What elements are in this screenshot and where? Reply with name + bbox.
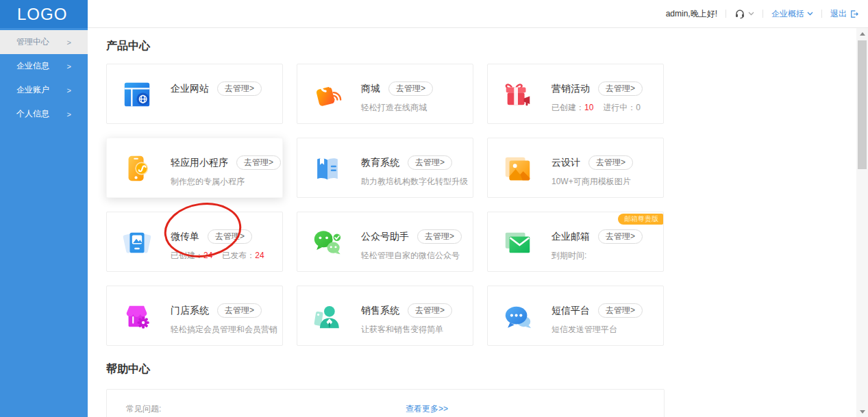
manage-button[interactable]: 去管理> — [408, 303, 452, 318]
product-card-sales[interactable]: 销售系统 去管理> 让获客和销售变得简单 — [297, 286, 473, 346]
chevron-right-icon: > — [67, 38, 71, 47]
card-desc: 短信发送管理平台 — [551, 324, 643, 336]
scroll-down-icon[interactable] — [856, 406, 868, 417]
product-card-marketing[interactable]: 营销活动 去管理> 已创建：10进行中：0 — [487, 64, 664, 124]
logout-button[interactable]: 退出 — [830, 8, 858, 20]
faq-label: 常见问题: — [126, 403, 161, 415]
card-title: 销售系统 — [361, 305, 399, 317]
manage-button[interactable]: 去管理> — [236, 155, 281, 170]
product-card-education[interactable]: 教育系统 去管理> 助力教培机构数字化转型升级 — [297, 138, 473, 198]
sms-bubble-icon — [502, 301, 534, 332]
manage-button[interactable]: 去管理> — [217, 81, 262, 96]
user-greeting: admin,晚上好! — [666, 8, 717, 20]
topbar: admin,晚上好! 企业概括 退出 — [88, 0, 868, 28]
mail-envelope-icon — [502, 227, 534, 258]
enterprise-overview-label: 企业概括 — [771, 8, 804, 20]
card-title: 企业邮箱 — [551, 231, 590, 243]
manage-button[interactable]: 去管理> — [388, 81, 433, 96]
enterprise-overview-menu[interactable]: 企业概括 — [771, 8, 813, 20]
stat-value: 24 — [255, 251, 264, 260]
card-desc: 助力教培机构数字化转型升级 — [361, 176, 468, 188]
card-title: 云设计 — [551, 157, 580, 169]
product-card-sms[interactable]: 短信平台 去管理> 短信发送管理平台 — [487, 286, 664, 346]
scroll-up-icon[interactable] — [856, 28, 868, 39]
product-card-store[interactable]: 门店系统 去管理> 轻松搞定会员管理和会员营销 — [106, 286, 283, 346]
sidebar-item-label: 企业信息 — [16, 60, 49, 72]
sidebar-item-management-center[interactable]: 管理中心 > — [0, 30, 88, 54]
gift-icon — [502, 79, 534, 110]
product-card-website[interactable]: 企业网站 去管理> — [106, 64, 283, 124]
product-card-cloud-design[interactable]: 云设计 去管理> 10W+可商用模板图片 — [487, 138, 664, 198]
mail-premium-badge: 邮箱尊贵版 — [618, 214, 663, 225]
stat-label: 已发布： — [222, 251, 255, 260]
sales-person-icon — [312, 301, 343, 332]
stat-value: 0 — [636, 103, 641, 112]
card-desc: 10W+可商用模板图片 — [551, 176, 633, 188]
sidebar-item-label: 企业账户 — [16, 84, 49, 96]
wechat-official-icon — [312, 227, 343, 258]
manage-button[interactable]: 去管理> — [208, 229, 252, 244]
divider — [726, 10, 726, 18]
product-center-title: 产品中心 — [106, 38, 868, 53]
stat-value: 24 — [203, 251, 212, 260]
store-icon — [121, 301, 153, 332]
card-desc: 制作您的专属小程序 — [171, 176, 281, 188]
manage-button[interactable]: 去管理> — [588, 155, 633, 170]
flyer-icon — [121, 227, 153, 258]
stat-label: 已创建： — [171, 251, 203, 260]
sidebar-item-label: 管理中心 — [16, 36, 49, 48]
sidebar-item-enterprise-account[interactable]: 企业账户 > — [0, 78, 88, 102]
chevron-right-icon: > — [67, 62, 71, 71]
manage-button[interactable]: 去管理> — [217, 303, 262, 318]
mall-icon — [312, 79, 343, 110]
card-stats: 已创建：24已发布：24 — [171, 250, 264, 262]
card-title: 短信平台 — [551, 305, 590, 317]
stat-value: 10 — [584, 103, 593, 112]
scrollbar-thumb[interactable] — [858, 40, 867, 169]
product-card-wechat-official[interactable]: 公众号助手 去管理> 轻松管理自家的微信公众号 — [297, 212, 473, 272]
logout-icon — [850, 10, 858, 18]
card-title: 营销活动 — [551, 83, 590, 95]
headset-icon — [734, 8, 745, 19]
product-card-miniprogram[interactable]: 轻应用小程序 去管理> 制作您的专属小程序 — [106, 138, 283, 198]
help-card: 常见问题: 查看更多>> — [106, 389, 665, 417]
manage-button[interactable]: 去管理> — [598, 303, 643, 318]
sidebar-item-personal-info[interactable]: 个人信息 > — [0, 102, 88, 126]
chevron-right-icon: > — [67, 110, 71, 118]
product-card-mail[interactable]: 邮箱尊贵版 企业邮箱 去管理> 到期时间: — [487, 212, 664, 272]
help-center-title: 帮助中心 — [106, 362, 868, 377]
sidebar-menu: 管理中心 > 企业信息 > 企业账户 > 个人信息 > — [0, 28, 88, 126]
card-title: 微传单 — [171, 231, 199, 243]
card-desc: 轻松搞定会员管理和会员营销 — [171, 324, 277, 336]
chevron-right-icon: > — [67, 86, 71, 94]
divider — [762, 10, 763, 18]
view-more-link[interactable]: 查看更多>> — [406, 403, 448, 415]
card-desc: 让获客和销售变得简单 — [361, 324, 452, 336]
stat-label: 进行中： — [603, 103, 636, 112]
manage-button[interactable]: 去管理> — [417, 229, 462, 244]
stat-label: 已创建： — [551, 103, 584, 112]
divider — [821, 10, 822, 18]
card-title: 商城 — [361, 83, 380, 95]
card-title: 公众号助手 — [361, 231, 409, 243]
card-desc: 轻松管理自家的微信公众号 — [361, 250, 462, 262]
vertical-scrollbar[interactable] — [856, 28, 868, 417]
card-title: 企业网站 — [171, 83, 209, 95]
main-content: 产品中心 — [88, 28, 868, 417]
manage-button[interactable]: 去管理> — [598, 81, 643, 96]
education-book-icon — [312, 153, 343, 184]
product-card-flyer[interactable]: 微传单 去管理> 已创建：24已发布：24 — [106, 212, 283, 272]
manage-button[interactable]: 去管理> — [408, 155, 452, 170]
logo: LOGO — [0, 0, 88, 28]
chevron-down-icon — [748, 12, 754, 16]
product-grid: 企业网站 去管理> — [106, 64, 665, 346]
card-desc: 轻松打造在线商城 — [361, 102, 433, 114]
sidebar-item-enterprise-info[interactable]: 企业信息 > — [0, 54, 88, 78]
sidebar: LOGO 管理中心 > 企业信息 > 企业账户 > 个人信息 > — [0, 0, 88, 417]
card-title: 轻应用小程序 — [171, 157, 228, 169]
support-menu[interactable] — [734, 8, 754, 19]
product-card-mall[interactable]: 商城 去管理> 轻松打造在线商城 — [297, 64, 473, 124]
card-desc: 到期时间: — [551, 250, 643, 262]
manage-button[interactable]: 去管理> — [598, 229, 643, 244]
cloud-design-image-icon — [502, 153, 534, 184]
